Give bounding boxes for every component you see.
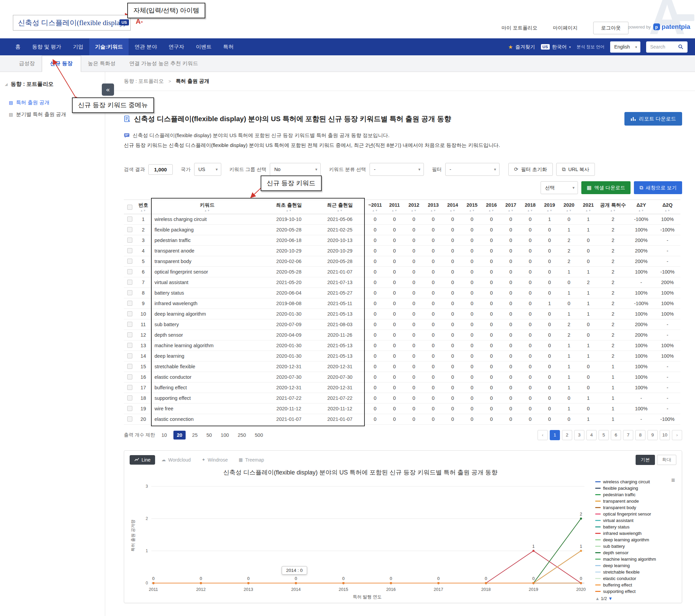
next-page-button[interactable]: › <box>672 430 682 440</box>
excel-download-button[interactable]: ▦ 엑셀 다운로드 <box>581 181 630 194</box>
my-portfolio-link[interactable]: 마이 포트폴리오 <box>502 25 538 31</box>
search-input[interactable] <box>650 44 678 50</box>
row-checkbox[interactable] <box>127 343 132 348</box>
sort-icon[interactable]: ▲▼ <box>366 209 384 212</box>
legend-item[interactable]: infrared wavelength <box>595 530 676 537</box>
row-checkbox[interactable] <box>127 301 132 306</box>
logout-button[interactable]: 로그아웃 <box>593 22 628 34</box>
legend-item[interactable]: pedestrian traffic <box>595 492 676 498</box>
legend-item[interactable]: transparent anode <box>595 498 676 504</box>
keyword-class-select[interactable]: - <box>370 163 424 176</box>
row-checkbox[interactable] <box>127 217 132 222</box>
page-button-10[interactable]: 10 <box>660 430 670 440</box>
page-button-9[interactable]: 9 <box>647 430 658 440</box>
legend-page-up-icon[interactable]: ▲ <box>595 596 600 601</box>
legend-item[interactable]: transparent body <box>595 504 676 511</box>
limit-option-10[interactable]: 10 <box>159 431 169 439</box>
legend-page-down-icon[interactable]: ▼ <box>608 596 612 601</box>
page-button-4[interactable]: 4 <box>587 430 597 440</box>
search-icon[interactable] <box>678 44 683 50</box>
legend-item[interactable]: depth sensor <box>595 549 676 556</box>
chart-tab-wordcloud[interactable]: ☁Wordcloud <box>156 455 196 465</box>
sort-icon[interactable]: ▲▼ <box>443 209 461 212</box>
filter-select[interactable]: - <box>445 163 499 176</box>
page-button-6[interactable]: 6 <box>611 430 621 440</box>
subnav-tab-4[interactable]: 연결 가능성 높은 추천 키워드 <box>122 55 205 72</box>
legend-item[interactable]: battery status <box>595 524 676 530</box>
sort-icon[interactable]: ▲▼ <box>264 209 313 212</box>
chart-size-basic[interactable]: 기본 <box>635 455 655 465</box>
breadcrumb-parent[interactable]: 동향 : 포트폴리오 <box>124 78 164 84</box>
chart-tab-windrose[interactable]: ✦Windrose <box>197 455 233 465</box>
my-page-link[interactable]: 마이페이지 <box>553 25 578 31</box>
row-checkbox[interactable] <box>127 364 132 369</box>
nav-item-5[interactable]: 연관 분야 <box>129 38 163 55</box>
report-download-button[interactable]: 리포트 다운로드 <box>624 112 682 126</box>
legend-item[interactable]: machine learning algorithm <box>595 556 676 562</box>
row-checkbox[interactable] <box>127 353 132 359</box>
row-checkbox[interactable] <box>127 269 132 274</box>
row-checkbox[interactable] <box>127 290 132 295</box>
sort-icon[interactable]: ▲▼ <box>386 209 404 212</box>
legend-item[interactable]: wireless charging circuit <box>595 479 676 485</box>
sort-icon[interactable]: ▲▼ <box>424 209 442 212</box>
chart-tab-line[interactable]: Line <box>130 455 155 465</box>
sort-icon[interactable]: ▲▼ <box>579 209 597 212</box>
analysis-language-select[interactable]: English ▾ <box>610 41 640 53</box>
nav-item-8[interactable]: 특허 <box>218 38 240 55</box>
row-checkbox[interactable] <box>127 406 132 411</box>
subnav-tab-3[interactable]: 높은 특화성 <box>81 55 122 72</box>
prev-page-button[interactable]: ‹ <box>538 430 548 440</box>
row-checkbox[interactable] <box>127 322 132 327</box>
legend-item[interactable]: flexible packaging <box>595 485 676 492</box>
sidebar-collapse-button[interactable]: « <box>102 83 114 96</box>
chart-size-expand[interactable]: 확대 <box>657 455 676 465</box>
country-select[interactable]: US <box>194 163 221 176</box>
sort-icon[interactable]: ▲▼ <box>599 209 627 212</box>
copy-url-button[interactable]: ⧉ URL 복사 <box>556 163 595 176</box>
sort-icon[interactable]: ▲▼ <box>315 209 365 212</box>
legend-menu-icon[interactable]: ≡ <box>671 477 675 484</box>
legend-item[interactable]: virtual assistant <box>595 517 676 524</box>
row-checkbox[interactable] <box>127 280 132 285</box>
limit-option-100[interactable]: 100 <box>218 431 231 439</box>
page-button-8[interactable]: 8 <box>635 430 645 440</box>
sort-icon[interactable]: ▲▼ <box>136 209 150 212</box>
page-button-2[interactable]: 2 <box>562 430 572 440</box>
row-checkbox[interactable] <box>127 374 132 380</box>
nav-item-7[interactable]: 이벤트 <box>190 38 218 55</box>
row-checkbox[interactable] <box>127 395 132 400</box>
nav-item-6[interactable]: 연구자 <box>163 38 190 55</box>
sort-icon[interactable]: ▲▼ <box>628 209 654 212</box>
sort-icon[interactable]: ▲▼ <box>655 209 680 212</box>
brand-logo[interactable]: p patentpia <box>653 23 690 31</box>
row-checkbox[interactable] <box>127 227 132 232</box>
row-checkbox[interactable] <box>127 332 132 337</box>
select-all-checkbox[interactable] <box>127 205 132 210</box>
legend-item[interactable]: optical fingerprint sensor <box>595 511 676 517</box>
legend-item[interactable]: buffering effect <box>595 582 676 588</box>
open-new-window-button[interactable]: ⧉ 새창으로 보기 <box>634 181 682 194</box>
limit-option-20[interactable]: 20 <box>173 431 186 439</box>
row-checkbox[interactable] <box>127 311 132 316</box>
filter-reset-button[interactable]: ⟳ 필터 초기화 <box>508 163 553 176</box>
legend-item[interactable]: sub battery <box>595 543 676 549</box>
page-button-3[interactable]: 3 <box>574 430 584 440</box>
nav-item-1[interactable]: 홈 <box>10 38 27 55</box>
limit-option-250[interactable]: 250 <box>236 431 249 439</box>
nav-item-2[interactable]: 동향 및 평가 <box>27 38 67 55</box>
row-checkbox[interactable] <box>127 416 132 421</box>
row-checkbox[interactable] <box>127 248 132 253</box>
legend-item[interactable]: deep learning algorithm <box>595 537 676 543</box>
chart-tab-treemap[interactable]: ▦Treemap <box>234 455 269 465</box>
page-button-5[interactable]: 5 <box>599 430 609 440</box>
sort-icon[interactable]: ▲▼ <box>405 209 423 212</box>
row-checkbox[interactable] <box>127 259 132 264</box>
legend-item[interactable]: supporting effect <box>595 588 676 595</box>
limit-option-500[interactable]: 500 <box>253 431 265 439</box>
sort-icon[interactable]: ▲▼ <box>541 209 559 212</box>
keyword-group-select[interactable]: No <box>270 163 321 176</box>
sort-icon[interactable]: ▲▼ <box>482 209 500 212</box>
page-button-7[interactable]: 7 <box>623 430 633 440</box>
sort-icon[interactable]: ▲▼ <box>502 209 520 212</box>
